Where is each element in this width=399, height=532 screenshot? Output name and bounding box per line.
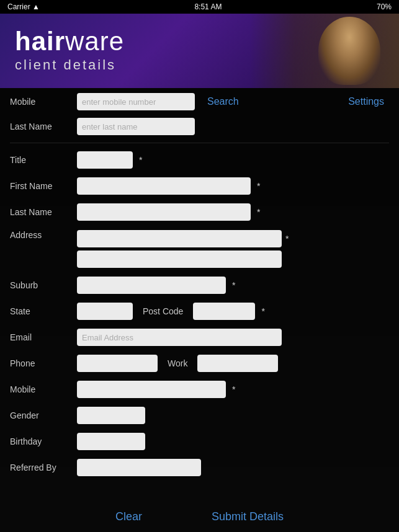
search-button[interactable]: Search bbox=[200, 96, 246, 107]
state-postcode-row: State Post Code * bbox=[10, 298, 389, 324]
firstname-row: First Name * bbox=[10, 173, 389, 199]
suburb-required: * bbox=[232, 280, 235, 290]
postcode-required: * bbox=[261, 306, 264, 316]
suburb-row: Suburb * bbox=[10, 272, 389, 298]
lastname-input[interactable] bbox=[77, 203, 251, 221]
lastname-row: Last Name * bbox=[10, 199, 389, 225]
submit-button[interactable]: Submit Details bbox=[202, 505, 294, 528]
header-photo bbox=[250, 14, 399, 88]
mobile-required: * bbox=[232, 384, 235, 394]
referredby-input[interactable] bbox=[77, 459, 201, 476]
firstname-required: * bbox=[257, 181, 260, 191]
phone-row: Phone Work bbox=[10, 350, 389, 376]
brand-name: hairware bbox=[15, 29, 248, 55]
lastname-search-row: Last Name bbox=[10, 114, 389, 139]
footer: Clear Submit Details bbox=[10, 490, 389, 532]
gender-row: Gender bbox=[10, 402, 389, 428]
state-input[interactable] bbox=[77, 303, 133, 320]
carrier-signal: Carrier ▲ bbox=[7, 2, 40, 11]
postcode-label: Post Code bbox=[143, 306, 183, 316]
app-header: hairware client details bbox=[0, 14, 399, 88]
birthday-input[interactable] bbox=[77, 433, 145, 450]
work-input[interactable] bbox=[197, 355, 278, 372]
firstname-label: First Name bbox=[10, 181, 72, 191]
header-content: hairware client details bbox=[0, 14, 248, 88]
birthday-row: Birthday bbox=[10, 428, 389, 454]
lastname-required: * bbox=[257, 207, 260, 217]
email-input[interactable] bbox=[77, 329, 282, 346]
suburb-label: Suburb bbox=[10, 280, 72, 290]
email-label: Email bbox=[10, 332, 72, 342]
referredby-label: Referred By bbox=[10, 463, 72, 472]
brand-subtitle: client details bbox=[15, 57, 248, 73]
lastname-search-input[interactable] bbox=[77, 118, 195, 135]
time-display: 8:51 AM bbox=[194, 2, 222, 11]
mobile-input[interactable] bbox=[77, 381, 226, 398]
lastname-search-label: Last Name bbox=[10, 122, 72, 131]
referredby-row: Referred By bbox=[10, 454, 389, 481]
title-label: Title bbox=[10, 155, 72, 165]
phone-input[interactable] bbox=[77, 355, 158, 372]
title-input[interactable] bbox=[77, 151, 133, 169]
birthday-label: Birthday bbox=[10, 437, 72, 446]
address-row: Address * bbox=[10, 225, 389, 272]
phone-label: Phone bbox=[10, 358, 72, 368]
gender-label: Gender bbox=[10, 410, 72, 420]
battery-indicator: 70% bbox=[377, 2, 392, 11]
settings-button[interactable]: Settings bbox=[343, 96, 389, 107]
lastname-label: Last Name bbox=[10, 207, 72, 217]
status-bar: Carrier ▲ 8:51 AM 70% bbox=[0, 0, 399, 14]
postcode-input[interactable] bbox=[193, 303, 255, 320]
mobile-row: Mobile * bbox=[10, 376, 389, 402]
mobile-search-label: Mobile bbox=[10, 97, 72, 107]
address-required: * bbox=[285, 234, 289, 244]
mobile-search-input[interactable] bbox=[77, 93, 195, 110]
divider-1 bbox=[10, 143, 389, 143]
firstname-input[interactable] bbox=[77, 177, 251, 195]
title-required: * bbox=[139, 155, 142, 165]
state-label: State bbox=[10, 306, 72, 316]
address2-input[interactable] bbox=[77, 250, 282, 268]
address-label: Address bbox=[10, 230, 72, 240]
action-bar: Mobile Search Settings bbox=[10, 88, 389, 114]
title-row: Title * bbox=[10, 147, 389, 173]
email-row: Email bbox=[10, 324, 389, 350]
suburb-input[interactable] bbox=[77, 277, 226, 294]
mobile-label: Mobile bbox=[10, 384, 72, 394]
work-label: Work bbox=[168, 358, 187, 368]
address1-input[interactable] bbox=[77, 230, 282, 247]
clear-button[interactable]: Clear bbox=[105, 505, 152, 528]
gender-input[interactable] bbox=[77, 407, 145, 424]
form-container: Mobile Search Settings Last Name Title *… bbox=[0, 88, 399, 532]
